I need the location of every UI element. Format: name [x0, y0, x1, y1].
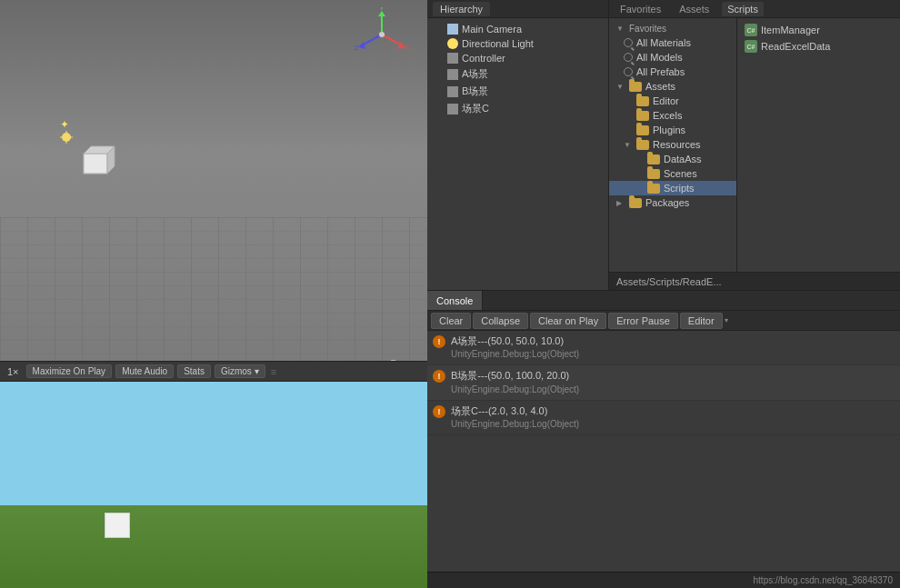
tree-item-resources[interactable]: ▼ Resources [609, 137, 736, 152]
bottom-bar-url: https://blog.csdn.net/qq_36848370 [754, 575, 893, 585]
console-row-1[interactable]: ! B场景---(50.0, 100.0, 20.0) UnityEngine.… [427, 365, 900, 400]
console-row-2[interactable]: ! 场景C---(2.0, 3.0, 4.0) UnityEngine.Debu… [427, 401, 900, 435]
tab-scripts[interactable]: Scripts [722, 2, 764, 16]
scene-cube [80, 141, 116, 179]
asset-item-item-manager[interactable]: C# ItemManager [737, 22, 900, 38]
favorites-label-materials: All Materials [636, 37, 691, 48]
hierarchy-item-scene-b[interactable]: B场景 [427, 83, 608, 100]
favorites-label-models: All Models [636, 52, 683, 63]
project-content: ▼ Favorites All Materials All Models [609, 18, 900, 272]
console-line2: UnityEngine.Debug:Log(Object) [451, 418, 895, 431]
maximize-on-play-button[interactable]: Maximize On Play [26, 364, 113, 378]
path-bar-text: Assets/Scripts/ReadE... [616, 276, 722, 287]
stats-button[interactable]: Stats [177, 364, 211, 378]
tree-item-scripts[interactable]: Scripts [609, 181, 736, 195]
game-view [0, 382, 427, 588]
hierarchy-header: Hierarchy [427, 0, 608, 18]
favorites-label: Favorites [629, 24, 666, 34]
tree-section-assets[interactable]: ▼ Assets [609, 79, 736, 94]
folder-icon [647, 184, 660, 194]
editor-dropdown-button[interactable]: Editor [680, 313, 723, 329]
mute-audio-button[interactable]: Mute Audio [115, 364, 174, 378]
tab-assets[interactable]: Assets [674, 2, 715, 16]
gameobj-icon [447, 86, 458, 97]
tab-favorites[interactable]: Favorites [615, 2, 666, 16]
tree-item-all-models[interactable]: All Models [609, 50, 736, 65]
clear-button[interactable]: Clear [431, 313, 471, 329]
tree-item-dataass[interactable]: DataAss [609, 152, 736, 166]
console-content: ! A场景---(50.0, 50.0, 10.0) UnityEngine.D… [427, 331, 900, 572]
folder-icon [647, 169, 660, 179]
tree-item-scenes[interactable]: Scenes [609, 166, 736, 181]
game-cube [105, 513, 130, 538]
hierarchy-item-scene-c[interactable]: 场景C [427, 100, 608, 117]
hierarchy-panel: Hierarchy Main Camera Directional Light [427, 0, 609, 290]
console-row-0[interactable]: ! A场景---(50.0, 50.0, 10.0) UnityEngine.D… [427, 331, 900, 365]
hierarchy-item-controller[interactable]: Controller [427, 51, 608, 65]
folder-icon [636, 111, 649, 121]
scene-grid [0, 218, 427, 382]
folder-label-editor: Editor [653, 95, 679, 106]
assets-root-label: Assets [645, 81, 675, 92]
project-panel: Favorites Assets Scripts ▼ Favorites [609, 0, 900, 290]
asset-item-read-excel-data[interactable]: C# ReadExcelData [737, 38, 900, 55]
separator: ≡ [271, 366, 276, 377]
hierarchy-item-scene-a[interactable]: A场景 [427, 65, 608, 83]
tree-item-editor[interactable]: Editor [609, 94, 736, 108]
hierarchy-label-directional-light: Directional Light [462, 38, 534, 49]
folder-icon [636, 125, 649, 135]
console-panel: Console Clear Collapse Clear on Play Err… [427, 291, 900, 572]
right-panel: Hierarchy Main Camera Directional Light [427, 0, 900, 588]
svg-text:Z: Z [355, 44, 359, 52]
hierarchy-label-controller: Controller [462, 53, 505, 64]
console-tab[interactable]: Console [427, 291, 483, 310]
light-icon [447, 38, 458, 49]
scene-toolbar: 1× Maximize On Play Mute Audio Stats Giz… [0, 361, 427, 381]
svg-line-6 [362, 35, 382, 45]
hierarchy-tab[interactable]: Hierarchy [433, 2, 490, 16]
folder-label-excels: Excels [653, 110, 682, 121]
hierarchy-label-scene-b: B场景 [462, 85, 488, 98]
axis-gizmo[interactable]: Y X Z [355, 7, 409, 62]
hierarchy-item-main-camera[interactable]: Main Camera [427, 22, 608, 36]
svg-line-3 [382, 35, 402, 45]
folder-icon [629, 198, 642, 208]
folder-label-packages: Packages [645, 197, 689, 208]
search-icon [624, 38, 633, 47]
axis-svg: Y X Z [355, 7, 409, 62]
tree-item-all-materials[interactable]: All Materials [609, 35, 736, 50]
tree-item-plugins[interactable]: Plugins [609, 123, 736, 137]
search-icon [624, 67, 633, 76]
hierarchy-label-scene-a: A场景 [462, 67, 488, 81]
svg-text:X: X [405, 44, 409, 52]
project-tabs: Favorites Assets Scripts [609, 0, 900, 18]
clear-on-play-button[interactable]: Clear on Play [530, 313, 606, 329]
collapse-button[interactable]: Collapse [473, 313, 528, 329]
scene-view: Y X Z [0, 0, 427, 382]
scene-zoom: 1× [4, 366, 23, 377]
search-icon [624, 53, 633, 62]
cs-script-icon: C# [745, 40, 757, 53]
hierarchy-item-directional-light[interactable]: Directional Light [427, 36, 608, 51]
tree-item-packages[interactable]: ▶ Packages [609, 195, 736, 210]
tree-item-excels[interactable]: Excels [609, 108, 736, 123]
warning-icon: ! [433, 335, 445, 348]
path-bar: Assets/Scripts/ReadE... [609, 272, 900, 290]
bottom-bar: https://blog.csdn.net/qq_36848370 [427, 572, 900, 588]
gameobj-icon [447, 104, 458, 115]
folder-label-scripts: Scripts [664, 183, 695, 194]
favorites-label-prefabs: All Prefabs [636, 66, 685, 77]
asset-label-item-manager: ItemManager [761, 25, 820, 35]
error-pause-button[interactable]: Error Pause [608, 313, 678, 329]
project-tree: ▼ Favorites All Materials All Models [609, 18, 736, 272]
camera-icon [447, 24, 458, 35]
asset-label-read-excel-data: ReadExcelData [761, 41, 830, 52]
gizmos-button[interactable]: Gizmos ▾ [215, 364, 265, 378]
tree-item-all-prefabs[interactable]: All Prefabs [609, 65, 736, 79]
hierarchy-label-main-camera: Main Camera [462, 24, 522, 35]
console-toolbar: Clear Collapse Clear on Play Error Pause… [427, 311, 900, 331]
hierarchy-content: Main Camera Directional Light Controller [427, 18, 608, 290]
scene-background: Y X Z [0, 0, 427, 381]
console-line1: B场景---(50.0, 100.0, 20.0) [451, 369, 895, 383]
editor-dropdown-icon: ▾ [725, 316, 734, 324]
